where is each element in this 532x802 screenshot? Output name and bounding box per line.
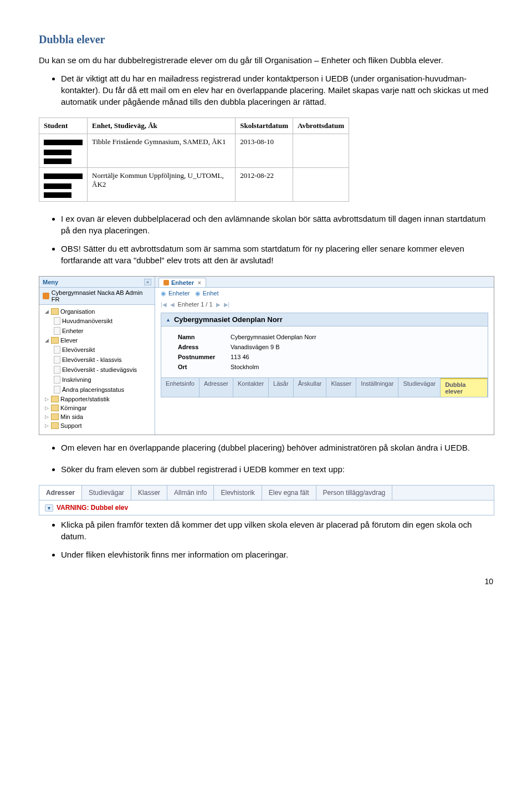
last-page-icon[interactable]: ▶|: [224, 302, 230, 308]
kv-key: Adress: [178, 344, 231, 350]
page-icon: [54, 366, 60, 374]
warning-panel: ▾ VARNING: Dubbel elev: [39, 500, 494, 515]
tab-studievagar[interactable]: Studievägar: [398, 378, 441, 397]
elev-tabs-screenshot: Adresser Studievägar Klasser Allmän info…: [39, 485, 494, 515]
tab-kontakter[interactable]: Kontakter: [233, 378, 269, 397]
th-start: Skolstartdatum: [236, 118, 293, 134]
prev-page-icon[interactable]: ◀: [170, 302, 175, 308]
bullet-3: OBS! Sätter du ett avbrottsdatum som är …: [61, 243, 493, 266]
collapse-icon[interactable]: «: [144, 279, 151, 285]
tab-enhetsinfo[interactable]: Enhetsinfo: [161, 378, 200, 397]
panel-title: Cybergymnasiet Odenplan Norr: [174, 315, 283, 324]
student-table: Student Enhet, Studieväg, Åk Skolstartda…: [39, 118, 349, 202]
tab-klasser[interactable]: Klasser: [131, 486, 167, 500]
sidebar-org[interactable]: Cybergymnasiet Nacka AB Admin FR: [39, 288, 155, 305]
tree-elevoversikt-stud[interactable]: Elevöversikt - studievägsvis: [42, 365, 152, 375]
tab-enheter[interactable]: Enheter ×: [158, 278, 206, 287]
crumb-enhet: Enhet: [203, 290, 219, 297]
folder-icon: [51, 396, 59, 402]
page-icon: [54, 386, 60, 394]
kv-val: Vanadisvägen 9 B: [231, 344, 279, 350]
kv-key: Ort: [178, 364, 231, 370]
tab-icon: [163, 280, 169, 285]
tab-studievagar[interactable]: Studievägar: [82, 486, 131, 500]
th-student: Student: [39, 118, 88, 134]
tree-rapporter[interactable]: ▷Rapporter/statistik: [42, 395, 152, 403]
folder-icon: [51, 308, 59, 315]
org-name: Cybergymnasiet Nacka AB Admin FR: [52, 289, 151, 303]
tab-elevhistorik[interactable]: Elevhistorik: [214, 486, 262, 500]
intro-text: Du kan se om du har dubbelregistrerade e…: [39, 54, 493, 66]
folder-icon: [51, 413, 59, 420]
menu-label: Meny: [43, 279, 58, 285]
redacted: [44, 192, 71, 198]
td-start: 2012-08-22: [236, 168, 293, 202]
tree: ◢Organisation Huvudmanöversikt Enheter ◢…: [39, 305, 155, 435]
td-stop: [293, 134, 349, 168]
folder-icon: [51, 422, 59, 429]
redacted: [44, 150, 71, 155]
content-panel: ◉Enheter ◉Enhet |◀ ◀ Enheter 1 / 1 ▶ ▶| …: [155, 288, 494, 435]
table-row: Norrtälje Kommun Uppföljning, U_UTOML, Å…: [39, 168, 349, 202]
page-icon: [54, 346, 60, 354]
bullet-2: I ex ovan är eleven dubbelplacerad och d…: [61, 213, 493, 236]
redacted: [44, 173, 83, 179]
tab-adresser[interactable]: Adresser: [200, 378, 233, 397]
menu-header: Meny «: [39, 277, 155, 288]
pager-label: Enheter 1 / 1: [178, 301, 213, 308]
folder-icon: [51, 337, 59, 344]
tab-arskullar[interactable]: Årskullar: [294, 378, 327, 397]
page-icon: [54, 376, 60, 384]
bullet-7: Under fliken elevhistorik finns mer info…: [61, 549, 493, 560]
redacted: [44, 183, 71, 189]
crumb-enheter[interactable]: Enheter: [168, 290, 190, 297]
tree-elever[interactable]: ◢Elever: [42, 336, 152, 345]
tree-minsida[interactable]: ▷Min sida: [42, 412, 152, 421]
page-icon: [54, 327, 60, 335]
tab-dubbla-elever[interactable]: Dubbla elever: [441, 378, 488, 397]
close-icon[interactable]: ×: [198, 280, 201, 286]
elev-tabs: Adresser Studievägar Klasser Allmän info…: [39, 486, 494, 500]
bullet-4: Om eleven har en överlappande placering …: [61, 442, 493, 453]
org-icon: [43, 293, 49, 299]
tree-support[interactable]: ▷Support: [42, 421, 152, 430]
tree-korningar[interactable]: ▷Körningar: [42, 403, 152, 412]
bullet-5: Söker du fram eleven som är dubbel regis…: [61, 463, 493, 475]
uedb-app-screenshot: Meny « Enheter × Cybergymnasiet Nacka AB…: [39, 276, 494, 435]
page-icon: [54, 317, 60, 325]
tab-allman-info[interactable]: Allmän info: [167, 486, 214, 500]
tree-enheter[interactable]: Enheter: [42, 326, 152, 336]
folder-icon: [51, 405, 59, 411]
td-enhet: Tibble Fristående Gymnasium, SAMED, ÅK1: [88, 134, 236, 168]
panel-body: NamnCybergymnasiet Odenplan Norr AdressV…: [161, 326, 488, 378]
tab-person-tillagg[interactable]: Person tillägg/avdrag: [316, 486, 393, 500]
page-number: 10: [39, 577, 493, 586]
tab-adresser[interactable]: Adresser: [39, 486, 82, 500]
next-page-icon[interactable]: ▶: [216, 302, 221, 308]
redacted: [44, 140, 83, 145]
tab-klasser[interactable]: Klasser: [326, 378, 356, 397]
tree-inskrivning[interactable]: Inskrivning: [42, 375, 152, 385]
tab-installningar[interactable]: Inställningar: [356, 378, 398, 397]
kv-key: Namn: [178, 334, 231, 340]
warning-text: VARNING: Dubbel elev: [57, 504, 128, 512]
tree-elevoversikt[interactable]: Elevöversikt: [42, 345, 152, 355]
bullet-6: Klicka på pilen framför texten då kommer…: [61, 519, 493, 542]
tree-elevoversikt-klass[interactable]: Elevöversikt - klassvis: [42, 355, 152, 365]
tree-organisation[interactable]: ◢Organisation: [42, 307, 152, 316]
panel-header[interactable]: ▲ Cybergymnasiet Odenplan Norr: [161, 313, 488, 326]
tree-huvudman[interactable]: Huvudmanöversikt: [42, 316, 152, 326]
td-stop: [293, 168, 349, 202]
chevron-up-icon: ▲: [166, 317, 171, 323]
first-page-icon[interactable]: |◀: [161, 302, 167, 308]
th-stop: Avbrottsdatum: [293, 118, 349, 134]
page-title: Dubbla elever: [39, 33, 493, 46]
tree-andra-plac[interactable]: Ändra placeringsstatus: [42, 385, 152, 395]
kv-val: Stockholm: [231, 364, 259, 370]
page-icon: [54, 356, 60, 364]
chevron-down-icon[interactable]: ▾: [45, 504, 53, 512]
tab-lasar[interactable]: Läsår: [269, 378, 294, 397]
tab-elev-egna-falt[interactable]: Elev egna fält: [262, 486, 316, 500]
kv-val: 113 46: [231, 354, 249, 360]
unit-tabs: Enhetsinfo Adresser Kontakter Läsår Årsk…: [161, 378, 488, 397]
